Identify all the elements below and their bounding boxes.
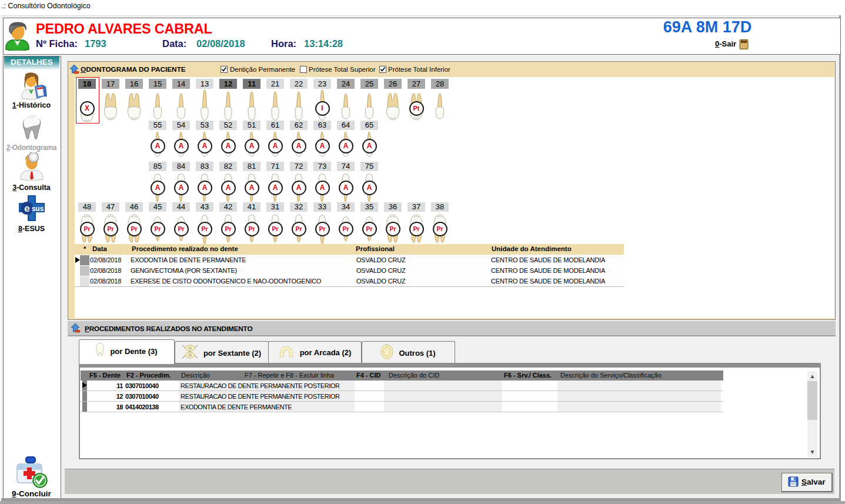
svg-text:e: e	[24, 203, 29, 214]
svg-text:S2: S2	[188, 347, 192, 350]
svg-text:S5: S5	[188, 354, 192, 357]
svg-text:436: 436	[742, 41, 746, 43]
svg-text:sus: sus	[32, 205, 44, 213]
